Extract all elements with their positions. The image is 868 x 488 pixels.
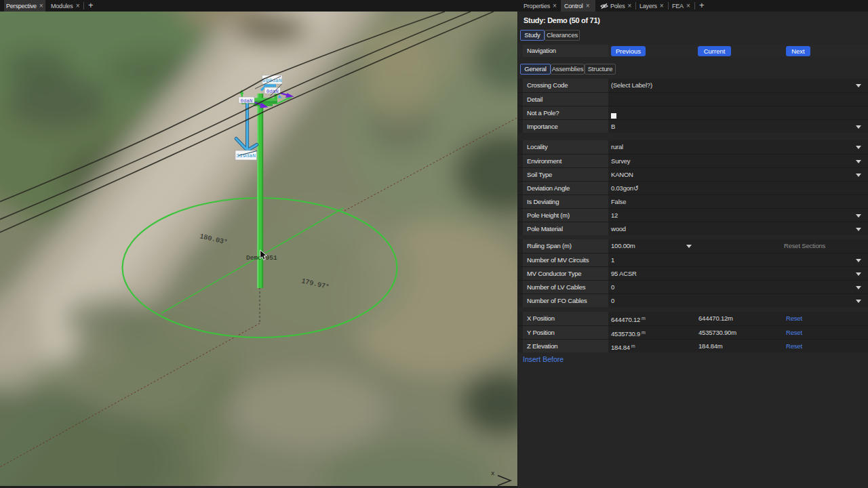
svg-text:x: x [491,470,494,477]
svg-text:0daN: 0daN [240,98,252,104]
